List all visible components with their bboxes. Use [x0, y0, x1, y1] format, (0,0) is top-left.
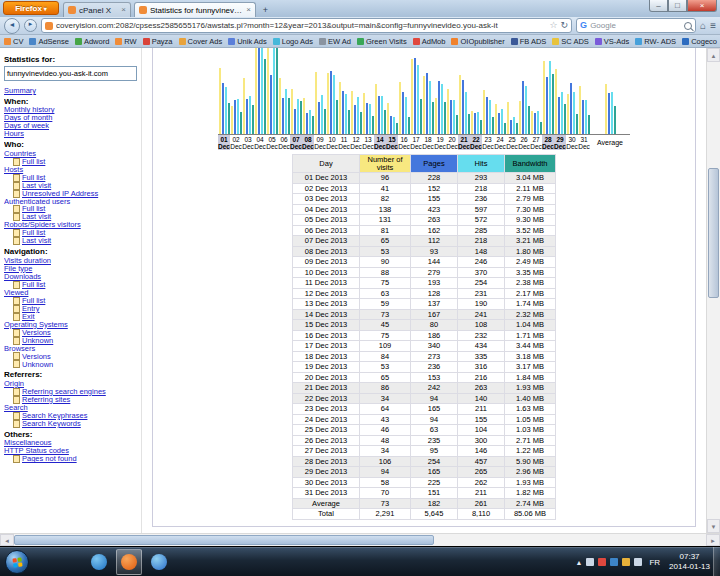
sidebar-link[interactable]: Monthly history [4, 106, 137, 114]
menu-list-icon[interactable]: ≡ [710, 21, 716, 31]
sidebar-link[interactable]: Search Keywords [4, 420, 137, 428]
horizontal-scrollbar[interactable]: ◄ ► [0, 533, 720, 546]
back-button[interactable]: ◄ [4, 18, 20, 34]
sidebar-link[interactable]: Full list [4, 174, 137, 182]
sidebar-link[interactable]: Entry [4, 305, 137, 313]
sidebar-link[interactable]: Hours [4, 130, 137, 138]
sidebar-link[interactable]: Pages not found [4, 455, 137, 463]
sidebar-link[interactable]: Unresolved IP Address [4, 190, 137, 198]
sidebar-link[interactable]: Authenticated users [4, 198, 137, 206]
sidebar-link[interactable]: Full list [4, 297, 137, 305]
taskbar-app-firefox[interactable] [116, 549, 142, 575]
chart-x-label: 15Dec [386, 135, 398, 150]
search-icon[interactable] [684, 22, 692, 30]
bookmark-item[interactable]: Unik Ads [228, 37, 267, 46]
scroll-up-icon[interactable]: ▲ [707, 48, 720, 62]
firefox-menu-button[interactable]: Firefox ▾ [3, 1, 59, 15]
sidebar-link[interactable]: Countries [4, 150, 137, 158]
scroll-right-icon[interactable]: ► [706, 534, 720, 546]
bookmark-item[interactable]: Cover Ads [179, 37, 223, 46]
sidebar-link[interactable]: Days of week [4, 122, 137, 130]
bookmark-item[interactable]: EW Ad [319, 37, 351, 46]
reload-icon[interactable]: ↻ [561, 21, 569, 30]
sidebar-link[interactable]: Summary [4, 87, 137, 95]
sidebar-link[interactable]: Full list [4, 205, 137, 213]
bookmark-item[interactable]: Logo Ads [273, 37, 313, 46]
sidebar-link[interactable]: Unknown [4, 360, 137, 368]
maximize-button[interactable]: □ [668, 0, 687, 12]
scroll-left-icon[interactable]: ◄ [0, 534, 14, 546]
start-button[interactable] [5, 550, 29, 574]
tab-statistics[interactable]: Statistics for funnyvinevideo.you-ask-it… [134, 2, 256, 17]
tray-updater-icon[interactable] [622, 558, 630, 566]
bookmark-item[interactable]: Adword [75, 37, 109, 46]
tray-expand-icon[interactable]: ▲ [575, 559, 582, 566]
sidebar-link[interactable]: Robots/Spiders visitors [4, 221, 137, 229]
vertical-scrollbar[interactable]: ▲ ▼ [706, 48, 720, 533]
bookmark-item[interactable]: OIOpublisher [451, 37, 504, 46]
minimize-button[interactable]: – [649, 0, 668, 12]
taskbar-app-media-player[interactable] [146, 549, 172, 575]
sidebar-link[interactable]: Unknown [4, 337, 137, 345]
new-tab-button[interactable]: + [259, 4, 272, 16]
bookmark-item[interactable]: AdSense [29, 37, 68, 46]
table-cell: 236 [411, 362, 458, 373]
vertical-scrollbar-thumb[interactable] [708, 168, 719, 298]
sidebar-link[interactable]: Last visit [4, 182, 137, 190]
sidebar-link[interactable]: Origin [4, 380, 137, 388]
tray-app-blue-icon[interactable] [610, 558, 618, 566]
sidebar-link[interactable]: Visits duration [4, 257, 137, 265]
sidebar-link[interactable]: Full list [4, 158, 137, 166]
tab-cpanel[interactable]: cPanel X × [63, 2, 131, 17]
bookmark-item[interactable]: Payza [143, 37, 173, 46]
bookmark-item[interactable]: CV [4, 37, 23, 46]
sidebar-link[interactable]: Hosts [4, 166, 137, 174]
sidebar-link[interactable]: Days of month [4, 114, 137, 122]
bookmark-item[interactable]: AdMob [413, 37, 446, 46]
sidebar-link[interactable]: Referring sites [4, 396, 137, 404]
sidebar-link[interactable]: Versions [4, 352, 137, 360]
tray-network-icon[interactable] [586, 558, 594, 566]
url-bar[interactable]: coveryision.com:2082/cpsess2585655176/aw… [41, 18, 572, 33]
sidebar-link[interactable]: Viewed [4, 289, 137, 297]
sidebar-link[interactable]: Downloads [4, 273, 137, 281]
sidebar-link[interactable]: Full list [4, 281, 137, 289]
tray-volume-icon[interactable] [634, 558, 642, 566]
taskbar-clock[interactable]: 07:37 2014-01-13 [669, 552, 710, 571]
sidebar-link[interactable]: Search [4, 404, 137, 412]
sidebar-link[interactable]: File type [4, 265, 137, 273]
language-indicator[interactable]: FR [646, 558, 663, 567]
search-input[interactable]: G Google [576, 18, 696, 33]
sidebar-link[interactable]: HTTP Status codes [4, 447, 137, 455]
bookmark-item[interactable]: RW [115, 37, 136, 46]
taskbar-app-internet-explorer[interactable] [86, 549, 112, 575]
bookmark-item[interactable]: SC ADS [552, 37, 589, 46]
bookmark-item[interactable]: VS-Ads [595, 37, 629, 46]
sidebar-link[interactable]: Search Keyphrases [4, 412, 137, 420]
bookmark-item[interactable]: RW- ADS [635, 37, 676, 46]
forward-button[interactable]: ► [24, 19, 37, 32]
close-button[interactable]: × [687, 0, 717, 12]
tab-close-icon[interactable]: × [121, 6, 126, 14]
bookmark-item[interactable]: Cogeco [682, 37, 717, 46]
horizontal-scrollbar-thumb[interactable] [14, 535, 434, 545]
sidebar-link[interactable]: Operating Systems [4, 321, 137, 329]
sidebar-link[interactable]: Referring search engines [4, 388, 137, 396]
sidebar-link[interactable]: Last visit [4, 237, 137, 245]
chart-bar-group [542, 48, 554, 135]
sidebar-link[interactable]: Full list [4, 229, 137, 237]
home-icon[interactable]: ⌂ [700, 21, 706, 31]
bookmark-item[interactable]: Green Visits [357, 37, 407, 46]
show-desktop-button[interactable] [713, 547, 720, 576]
chart-bar [608, 93, 610, 134]
sidebar-link[interactable]: Miscellaneous [4, 439, 137, 447]
tray-antivirus-icon[interactable] [598, 558, 606, 566]
sidebar-link[interactable]: Versions [4, 329, 137, 337]
sidebar-link[interactable]: Last visit [4, 213, 137, 221]
bookmark-item[interactable]: FB ADS [511, 37, 547, 46]
bookmark-star-icon[interactable]: ☆ [549, 21, 557, 30]
sidebar-link[interactable]: Browsers [4, 345, 137, 353]
sidebar-link[interactable]: Exit [4, 313, 137, 321]
tab-close-icon[interactable]: × [246, 6, 251, 14]
scroll-down-icon[interactable]: ▼ [707, 519, 720, 533]
